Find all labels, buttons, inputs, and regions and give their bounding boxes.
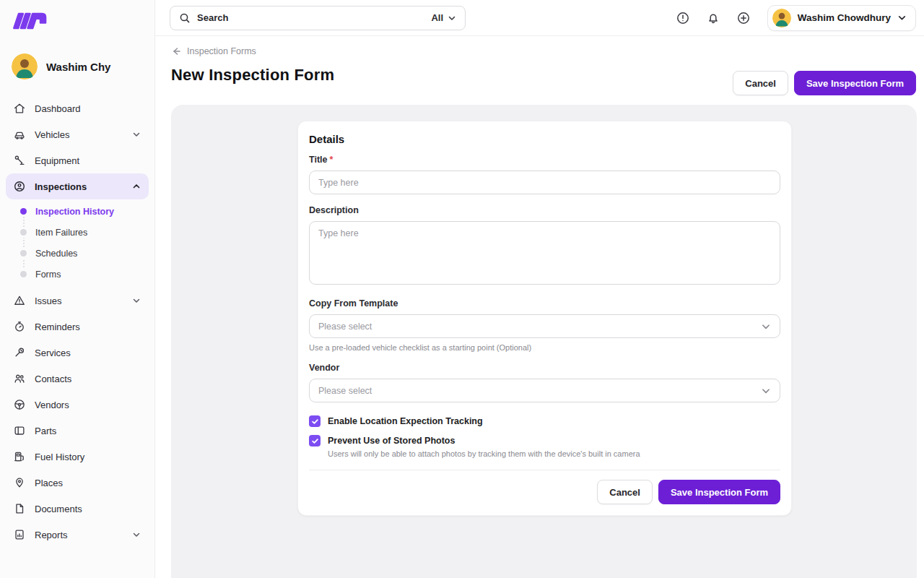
sidebar-item-reminders[interactable]: Reminders <box>6 314 149 340</box>
title-input[interactable] <box>309 171 780 194</box>
sidebar-item-contacts[interactable]: Contacts <box>6 366 149 392</box>
brand-logo[interactable] <box>0 7 154 40</box>
warning-triangle-icon <box>13 294 26 307</box>
sidebar-subitem-schedules[interactable]: Schedules <box>12 243 143 264</box>
sidebar-item-equipment[interactable]: Equipment <box>6 147 149 173</box>
sidebar-item-vendors[interactable]: Vendors <box>6 392 149 418</box>
sidebar-item-places[interactable]: Places <box>6 470 149 496</box>
location-tracking-label[interactable]: Enable Location Expection Tracking <box>328 416 483 426</box>
sidebar-item-documents[interactable]: Documents <box>6 496 149 522</box>
sidebar-user-profile[interactable]: Washim Chy <box>0 40 154 94</box>
save-inspection-form-button[interactable]: Save Inspection Form <box>794 71 916 95</box>
brand-logo-icon <box>10 10 49 32</box>
form-actions: Cancel Save Inspection Form <box>309 480 780 504</box>
select-placeholder: Please select <box>318 386 372 396</box>
sidebar-item-services[interactable]: Services <box>6 340 149 366</box>
app-window: Washim Chy Dashboard Vehicles <box>0 0 924 578</box>
search-scope-dropdown[interactable]: All <box>431 12 456 23</box>
vehicle-icon <box>13 128 26 141</box>
chevron-down-icon <box>131 130 141 139</box>
save-inspection-form-button[interactable]: Save Inspection Form <box>658 480 780 504</box>
dot-icon <box>20 250 27 256</box>
divider <box>309 470 780 470</box>
stored-photos-helper: Users will only be able to attach photos… <box>328 449 780 458</box>
bell-icon <box>706 11 720 25</box>
page-header: Inspection Forms New Inspection Form Can… <box>155 36 924 105</box>
steering-wheel-icon <box>13 398 26 411</box>
sidebar-subitem-item-failures[interactable]: Item Failures <box>12 222 143 243</box>
fuel-pump-icon <box>13 450 26 463</box>
search-input[interactable] <box>197 12 424 23</box>
search-box[interactable]: All <box>170 6 466 30</box>
description-input[interactable] <box>309 221 780 285</box>
sidebar-item-fuel-history[interactable]: Fuel History <box>6 444 149 470</box>
required-asterisk: * <box>329 155 333 165</box>
checkbox-group: Enable Location Expection Tracking Preve… <box>309 415 780 458</box>
location-tracking-checkbox[interactable] <box>309 415 321 427</box>
topbar-user-name: Washim Chowdhury <box>798 12 891 23</box>
sidebar-item-dashboard[interactable]: Dashboard <box>6 95 149 121</box>
sidebar-subitem-inspection-history[interactable]: Inspection History <box>12 201 143 222</box>
plus-circle-icon <box>736 11 751 25</box>
field-label-text: Title <box>309 155 327 165</box>
sidebar-subitem-label: Item Failures <box>35 228 87 238</box>
sidebar-subitem-label: Schedules <box>35 249 77 259</box>
sidebar-item-label: Issues <box>35 296 123 306</box>
copy-from-template-helper: Use a pre-loaded vehicle checklist as a … <box>309 343 780 352</box>
inspections-subnav: Inspection History Item Failures Schedul… <box>6 199 149 288</box>
sidebar-item-label: Inspections <box>35 181 123 192</box>
copy-from-template-select[interactable]: Please select <box>309 314 780 338</box>
document-icon <box>13 502 26 515</box>
sidebar-item-label: Equipment <box>35 155 141 166</box>
main-area: All <box>155 0 924 578</box>
stored-photos-checkbox[interactable] <box>309 435 321 447</box>
chevron-down-icon <box>897 13 907 22</box>
sidebar-item-label: Fuel History <box>35 452 141 462</box>
section-title: Details <box>309 133 780 145</box>
alerts-button[interactable] <box>671 6 695 30</box>
add-button[interactable] <box>731 6 756 30</box>
stored-photos-row: Prevent Use of Stored Photos <box>309 435 780 447</box>
sidebar-item-parts[interactable]: Parts <box>6 418 149 444</box>
notifications-button[interactable] <box>701 6 725 30</box>
inspections-icon <box>13 180 26 193</box>
sidebar-item-label: Reminders <box>35 322 141 332</box>
breadcrumb[interactable]: Inspection Forms <box>171 46 256 56</box>
sidebar-item-label: Places <box>35 478 141 488</box>
sidebar-item-issues[interactable]: Issues <box>6 288 149 314</box>
sidebar-subitem-label: Inspection History <box>35 207 114 217</box>
clock-icon <box>13 320 26 333</box>
sidebar: Washim Chy Dashboard Vehicles <box>0 0 155 578</box>
sidebar-item-label: Documents <box>35 504 141 514</box>
sidebar-item-inspections[interactable]: Inspections <box>6 173 149 199</box>
title-field-label: Title* <box>309 155 780 165</box>
sidebar-item-vehicles[interactable]: Vehicles <box>6 121 149 147</box>
report-icon <box>13 528 26 541</box>
sidebar-item-reports[interactable]: Reports <box>6 522 149 548</box>
topbar: All <box>155 0 924 36</box>
home-icon <box>13 102 26 115</box>
people-icon <box>13 372 26 385</box>
cancel-button[interactable]: Cancel <box>597 480 653 504</box>
stored-photos-label[interactable]: Prevent Use of Stored Photos <box>328 436 455 446</box>
chevron-down-icon <box>131 296 141 305</box>
panel-icon <box>13 424 26 437</box>
arrow-left-icon <box>171 46 181 56</box>
sidebar-item-label: Vendors <box>35 400 141 410</box>
wrench-icon <box>13 346 26 359</box>
topbar-actions: Washim Chowdhury <box>671 5 916 31</box>
breadcrumb-label: Inspection Forms <box>187 46 256 56</box>
avatar <box>772 9 791 27</box>
vendor-select[interactable]: Please select <box>309 379 780 402</box>
user-menu[interactable]: Washim Chowdhury <box>767 5 916 31</box>
chevron-down-icon <box>761 322 771 332</box>
cancel-button[interactable]: Cancel <box>733 71 788 95</box>
copy-from-template-label: Copy From Template <box>309 298 780 309</box>
check-icon <box>311 418 319 426</box>
sidebar-subitem-forms[interactable]: Forms <box>12 264 143 285</box>
sidebar-user-name: Washim Chy <box>46 61 110 73</box>
vendor-label: Vendor <box>309 363 780 373</box>
header-actions: Cancel Save Inspection Form <box>733 71 916 95</box>
search-scope-label: All <box>431 12 443 23</box>
chevron-down-icon <box>131 530 141 539</box>
